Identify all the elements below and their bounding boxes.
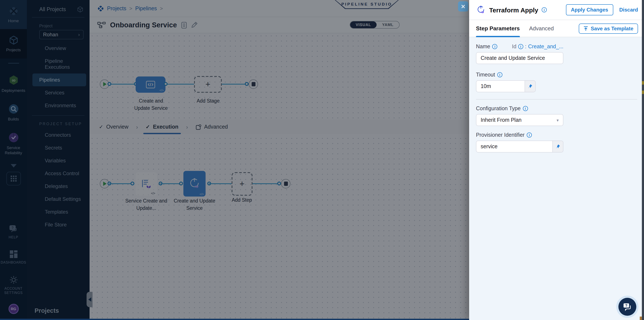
step-id-link[interactable]: Create_and_... [528, 44, 564, 50]
terraform-apply-icon [476, 5, 486, 15]
timeout-field [476, 80, 536, 92]
info-icon[interactable]: i [518, 44, 523, 49]
svg-text:?: ? [625, 303, 627, 308]
chat-question-icon: ? [623, 302, 632, 311]
right-edge-scrollbar[interactable] [642, 0, 644, 320]
info-icon[interactable]: i [527, 132, 532, 137]
discard-button[interactable]: Discard [619, 7, 638, 13]
pin-button[interactable] [525, 80, 536, 92]
step-parameters-form: Name i Id i : Create_and_... Timeout i [469, 37, 644, 320]
apply-changes-button[interactable]: Apply Changes [566, 4, 613, 15]
configuration-type-select[interactable]: Inherit From Plan ▾ [476, 114, 564, 126]
form-divider [476, 99, 637, 100]
timeout-label: Timeout i [476, 72, 637, 78]
app-window: Projects > Pipelines > PIPELINE STUDIO O… [0, 0, 644, 320]
provisioner-identifier-input[interactable] [476, 140, 553, 152]
modal-dim-overlay [0, 0, 469, 320]
help-chat-fab[interactable]: ? [618, 298, 636, 316]
step-config-drawer: Terraform Apply i Apply Changes Discard … [469, 0, 644, 320]
provisioner-identifier-label: Provisioner Identifier i [476, 132, 637, 138]
step-id: Id i : Create_and_... [512, 44, 564, 50]
info-icon[interactable]: i [523, 106, 528, 111]
info-icon[interactable]: i [492, 44, 498, 49]
timeout-input[interactable] [476, 80, 525, 92]
tab-step-parameters[interactable]: Step Parameters [476, 20, 520, 37]
pushpin-icon [555, 144, 560, 149]
drawer-header: Terraform Apply i Apply Changes Discard [469, 0, 644, 20]
pin-button[interactable] [553, 140, 564, 152]
scrollbar-mark [642, 91, 644, 94]
tab-drawer-advanced[interactable]: Advanced [529, 20, 554, 37]
info-icon[interactable]: i [497, 72, 502, 77]
pushpin-icon [528, 84, 533, 89]
provisioner-identifier-field [476, 140, 564, 152]
save-as-template-button[interactable]: Save as Template [579, 23, 638, 34]
drawer-title: Terraform Apply [489, 6, 538, 14]
upload-icon [584, 26, 588, 31]
name-input[interactable] [476, 52, 564, 64]
chevron-down-icon: ▾ [556, 118, 559, 122]
info-icon[interactable]: i [542, 7, 547, 12]
name-label: Name i [476, 44, 498, 50]
configuration-type-label: Configuration Type i [476, 105, 637, 111]
drawer-close-button[interactable]: ✕ [458, 1, 468, 12]
scrollbar-mark [642, 81, 644, 85]
drawer-tab-bar: Step Parameters Advanced Save as Templat… [469, 20, 644, 37]
